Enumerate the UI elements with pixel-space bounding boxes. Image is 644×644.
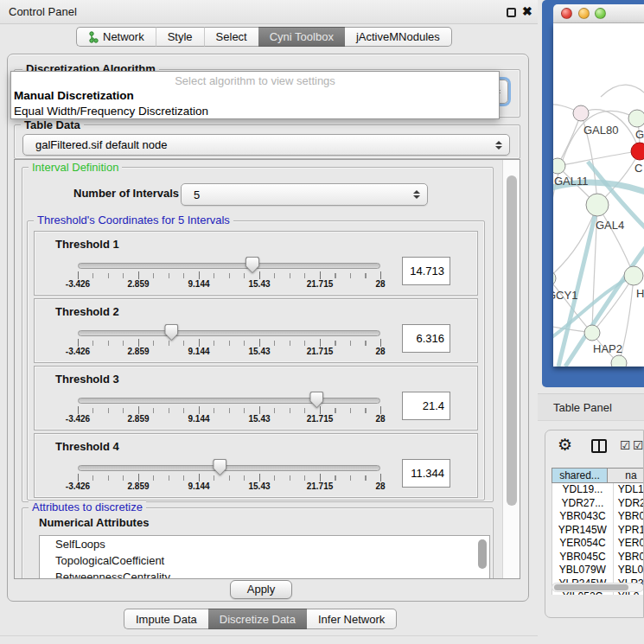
network-edge[interactable] [597,205,634,276]
node-circle[interactable] [553,158,565,174]
cell-name[interactable]: YBR0 [613,551,644,564]
slider-major-tick [320,406,321,414]
table-panel-header: Table Panel [538,393,644,421]
network-edge-thick[interactable] [558,205,597,367]
node-circle[interactable] [573,105,589,121]
float-window-icon[interactable] [507,8,516,17]
table-row[interactable]: YDL19...YDL1 [552,483,644,497]
tab-infer-network[interactable]: Infer Network [307,609,397,629]
cell-shared-name[interactable]: YER054C [552,537,613,551]
cell-name[interactable]: YPR1 [613,524,644,538]
tab-style[interactable]: Style [156,27,204,47]
slider-track[interactable] [78,398,380,404]
slider-major-tick [320,271,321,279]
list-item[interactable]: BetweennessCentrality [40,569,489,579]
cell-name[interactable]: YBL0 [613,564,644,577]
node-label: GCY1 [553,289,577,302]
table-horizontal-scrollbar[interactable] [552,583,644,592]
slider-track[interactable] [78,465,380,471]
tab-impute-data[interactable]: Impute Data [124,609,208,629]
table-data-selected-value: galFiltered.sif default node [35,138,167,151]
cell-shared-name[interactable]: YDL19... [552,483,613,497]
node-circle[interactable] [586,194,609,216]
tab-discretize-data[interactable]: Discretize Data [208,609,307,629]
cell-shared-name[interactable]: YBL079W [552,564,613,577]
gear-icon[interactable]: ⚙ [558,436,572,455]
tick-label: 9.144 [188,279,209,289]
slider-track[interactable] [78,330,380,336]
slider-major-tick [138,271,139,279]
list-item[interactable]: SelfLoops [40,536,489,552]
threshold-value-field[interactable]: 6.316 [402,324,450,353]
network-edge[interactable] [558,151,640,166]
cell-name[interactable]: YDR2 [613,497,644,511]
tab-select[interactable]: Select [204,27,258,47]
tab-label: Select [216,30,247,43]
bottom-tab-bar: Impute DataDiscretize DataInfer Network [124,609,397,629]
close-icon[interactable]: ✖ [522,4,532,18]
checkbox-icon[interactable]: ☑ [633,439,644,451]
slider-scale: -3.4262.8599.14415.4321.71528 [78,481,381,493]
list-item[interactable]: TopologicalCoefficient [40,552,489,569]
cell-name[interactable]: YBR0 [613,510,644,524]
node-circle[interactable] [624,266,643,285]
network-edge[interactable] [558,113,581,166]
node-circle[interactable] [584,325,600,341]
table-row[interactable]: YPR145WYPR1 [552,524,644,538]
slider-thumb[interactable] [164,324,178,341]
algorithm-option-manual[interactable]: Manual Discretization [14,89,134,102]
table-row[interactable]: YBL079WYBL0 [552,564,644,577]
tick-label: 2.859 [127,414,149,424]
tab-jactivemnodules[interactable]: jActiveMNodules [345,27,452,47]
cell-name[interactable]: YER0 [613,537,644,551]
threshold-panel: Threshold 4-3.4262.8599.14415.4321.71528… [34,433,478,498]
table-row[interactable]: YBR045CYBR0 [552,551,644,564]
threshold-value-field[interactable]: 11.344 [402,459,450,488]
cell-shared-name[interactable]: YDR27... [552,497,613,511]
table-row[interactable]: YER054CYER0 [552,537,644,551]
slider-track[interactable] [78,263,380,269]
cell-shared-name[interactable]: YBR043C [552,510,613,524]
table-horizontal-scrollbar-thumb[interactable] [554,584,628,590]
zoom-traffic-light[interactable] [595,8,606,19]
split-columns-icon[interactable] [591,439,607,453]
number-of-intervals-combobox[interactable]: 5 [181,183,428,206]
settings-scrollbar-thumb[interactable] [507,175,517,506]
network-edge[interactable] [601,85,644,97]
node-attribute-table: shared... na YDL19...YDL1YDR27...YDR2YBR… [552,468,644,595]
column-header-name[interactable]: na [608,468,644,483]
tab-cyni-toolbox[interactable]: Cyni Toolbox [258,27,345,47]
settings-scrollbar[interactable] [502,160,520,579]
cell-shared-name[interactable]: YBR045C [552,551,613,564]
node-circle[interactable] [628,110,644,127]
list-scrollbar-thumb[interactable] [478,539,487,569]
network-canvas[interactable]: GAL80GACGAL11GAL4GCY1HHAP2 [553,23,644,367]
table-row[interactable]: YDR27...YDR2 [552,497,644,511]
node-circle[interactable] [631,143,644,160]
tick-label: -3.426 [66,347,90,356]
table-row[interactable]: YBR043CYBR0 [552,510,644,524]
apply-button[interactable]: Apply [230,580,292,599]
attributes-group-title: Attributes to discretize [29,501,146,513]
cell-name[interactable]: YDL1 [613,483,644,497]
tab-network[interactable]: Network [76,27,156,47]
numerical-attributes-list[interactable]: SelfLoopsTopologicalCoefficientBetweenne… [39,535,490,579]
cell-shared-name[interactable]: YPR145W [552,524,613,538]
tick-label: 21.715 [307,347,334,356]
minimize-traffic-light[interactable] [578,8,590,19]
node-circle[interactable] [611,355,627,367]
close-traffic-light[interactable] [561,8,572,19]
slider-minor-ticks [78,475,381,481]
slider-thumb[interactable] [213,459,226,475]
network-window-frame[interactable]: GAL80GACGAL11GAL4GCY1HHAP2 [542,0,644,387]
threshold-label: Threshold 3 [55,373,119,386]
slider-thumb[interactable] [245,257,259,273]
network-window-titlebar[interactable] [553,4,644,23]
checkbox-icon[interactable]: ☑ [620,439,631,451]
table-data-combobox[interactable]: galFiltered.sif default node [22,134,510,156]
threshold-value-field[interactable]: 21.4 [402,392,450,420]
slider-thumb[interactable] [309,392,323,408]
column-header-shared-name[interactable]: shared... [552,468,608,483]
algorithm-option-equal-width[interactable]: Equal Width/Frequency Discretization [14,105,208,118]
threshold-value-field[interactable]: 14.713 [402,257,450,285]
